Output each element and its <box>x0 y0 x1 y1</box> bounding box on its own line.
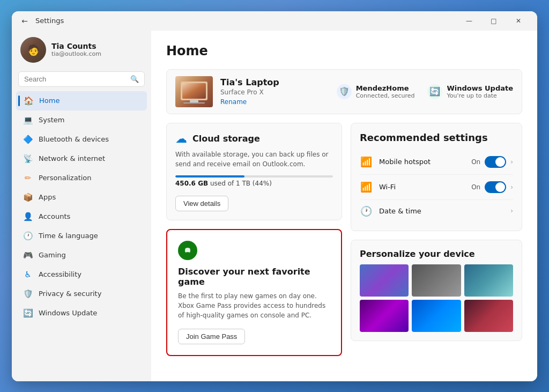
view-details-button[interactable]: View details <box>175 196 228 211</box>
cloud-title: Cloud storage <box>192 134 260 144</box>
close-button[interactable]: ✕ <box>506 12 531 29</box>
network-status-icon: 🛡️ <box>337 84 352 99</box>
sidebar-label-bluetooth: Bluetooth & devices <box>39 135 109 143</box>
page-title: Home <box>166 43 522 58</box>
hotspot-rec-item[interactable]: 📶 Mobile hotspot On › <box>360 150 513 175</box>
sidebar-label-accounts: Accounts <box>39 212 70 220</box>
hotspot-controls: On › <box>471 156 513 168</box>
recommended-settings-title: Recommended settings <box>360 132 513 143</box>
content-area: 🧑 Tia Counts tia@outlook.com 🔍 🏠 Home 💻 <box>12 31 537 381</box>
minimize-button[interactable]: — <box>457 12 481 29</box>
update-status-label: Windows Update <box>447 84 513 92</box>
sidebar-item-accessibility[interactable]: ♿ Accessibility <box>16 265 147 284</box>
wallpaper-2[interactable] <box>412 264 461 297</box>
sidebar-item-privacy[interactable]: 🛡️ Privacy & security <box>16 284 147 304</box>
wallpaper-grid <box>360 264 513 332</box>
main-content: Home <box>151 31 537 381</box>
user-email: tia@outlook.com <box>51 50 101 57</box>
sidebar-item-gaming[interactable]: 🎮 Gaming <box>16 246 147 265</box>
personalize-title: Personalize your device <box>360 249 513 259</box>
sidebar-label-privacy: Privacy & security <box>39 290 101 298</box>
storage-detail: used of 1 TB (44%) <box>210 180 272 187</box>
update-status-icon: 🔄 <box>427 84 442 99</box>
xbox-description: Be the first to play new games on day on… <box>178 291 330 320</box>
svg-rect-1 <box>182 83 206 99</box>
window-title: Settings <box>35 17 64 25</box>
personalize-card: Personalize your device <box>351 240 522 341</box>
update-status-item: 🔄 Windows Update You're up to date <box>427 84 513 99</box>
cloud-header: ☁️ Cloud storage <box>175 132 333 145</box>
sidebar: 🧑 Tia Counts tia@outlook.com 🔍 🏠 Home 💻 <box>12 31 151 381</box>
storage-text: 450.6 GB used of 1 TB (44%) <box>175 180 333 187</box>
svg-rect-2 <box>190 100 198 102</box>
sidebar-label-gaming: Gaming <box>39 251 66 259</box>
wallpaper-1[interactable] <box>360 264 409 297</box>
device-name: Tia's Laptop <box>220 77 337 87</box>
apps-icon: 📦 <box>23 192 33 203</box>
network-status-text: MendezHome Connected, secured <box>356 84 415 99</box>
sidebar-label-accessibility: Accessibility <box>39 270 81 278</box>
sidebar-item-apps[interactable]: 📦 Apps <box>16 188 147 207</box>
sidebar-item-bluetooth[interactable]: 🔷 Bluetooth & devices <box>16 130 147 149</box>
sidebar-item-time[interactable]: 🕐 Time & language <box>16 226 147 246</box>
bluetooth-icon: 🔷 <box>23 134 33 145</box>
hotspot-toggle[interactable] <box>485 156 506 168</box>
maximize-button[interactable]: □ <box>481 12 506 29</box>
sidebar-item-home[interactable]: 🏠 Home <box>16 91 147 110</box>
update-status-sub: You're up to date <box>447 92 513 99</box>
xbox-card: Discover your next favorite game Be the … <box>166 229 342 356</box>
wallpaper-3[interactable] <box>464 264 513 297</box>
storage-bar-background <box>175 175 333 177</box>
wifi-toggle[interactable] <box>485 181 506 193</box>
back-icon: ← <box>21 17 28 25</box>
device-model: Surface Pro X <box>220 88 337 96</box>
user-info: Tia Counts tia@outlook.com <box>51 42 101 57</box>
sidebar-item-accounts[interactable]: 👤 Accounts <box>16 207 147 226</box>
wallpaper-4[interactable] <box>360 300 409 332</box>
hotspot-label: Mobile hotspot <box>379 158 465 166</box>
avatar-image: 🧑 <box>20 37 46 63</box>
recommended-settings-card: Recommended settings 📶 Mobile hotspot On… <box>351 123 522 231</box>
settings-window: ← Settings — □ ✕ 🧑 Tia Counts tia@outloo… <box>12 11 537 381</box>
wifi-on-label: On <box>471 183 480 191</box>
sidebar-label-personalization: Personalization <box>39 174 92 182</box>
wallpaper-6[interactable] <box>464 300 513 332</box>
active-indicator <box>18 95 20 106</box>
sidebar-item-system[interactable]: 💻 System <box>16 110 147 130</box>
search-box[interactable]: 🔍 <box>18 71 145 87</box>
time-icon: 🕐 <box>23 231 33 241</box>
hotspot-icon: 📶 <box>360 156 373 167</box>
search-input[interactable] <box>24 75 126 83</box>
sidebar-item-personalization[interactable]: ✏️ Personalization <box>16 168 147 188</box>
network-status-label: MendezHome <box>356 84 415 92</box>
wifi-icon: 📶 <box>360 181 373 193</box>
sidebar-label-network: Network & internet <box>39 154 105 162</box>
storage-bar-fill <box>175 175 244 177</box>
sidebar-item-update[interactable]: 🔄 Windows Update <box>16 304 147 323</box>
accounts-icon: 👤 <box>23 211 33 222</box>
storage-bar: 450.6 GB used of 1 TB (44%) <box>175 175 333 187</box>
home-icon: 🏠 <box>23 95 34 106</box>
hotspot-on-label: On <box>471 158 480 166</box>
update-icon: 🔄 <box>23 308 33 319</box>
join-game-pass-button[interactable]: Join Game Pass <box>178 329 245 344</box>
wallpaper-5[interactable] <box>412 300 461 332</box>
personalization-icon: ✏️ <box>23 173 33 183</box>
rename-link[interactable]: Rename <box>220 98 337 106</box>
datetime-rec-item[interactable]: 🕐 Date & time › <box>360 200 513 222</box>
back-button[interactable]: ← <box>18 14 31 27</box>
cloud-storage-card: ☁️ Cloud storage With available storage,… <box>166 123 342 220</box>
user-name: Tia Counts <box>51 42 101 50</box>
datetime-chevron-icon: › <box>510 207 513 215</box>
wifi-rec-item[interactable]: 📶 Wi-Fi On › <box>360 175 513 200</box>
cloud-icon: ☁️ <box>175 132 187 145</box>
network-status-sub: Connected, secured <box>356 92 415 99</box>
sidebar-item-network[interactable]: 📡 Network & internet <box>16 149 147 168</box>
user-profile[interactable]: 🧑 Tia Counts tia@outlook.com <box>16 31 147 71</box>
storage-used: 450.6 GB <box>175 180 208 187</box>
sidebar-label-home: Home <box>39 97 60 105</box>
search-icon: 🔍 <box>130 75 139 83</box>
sidebar-label-apps: Apps <box>39 193 56 201</box>
accessibility-icon: ♿ <box>23 269 33 280</box>
system-icon: 💻 <box>23 115 33 125</box>
